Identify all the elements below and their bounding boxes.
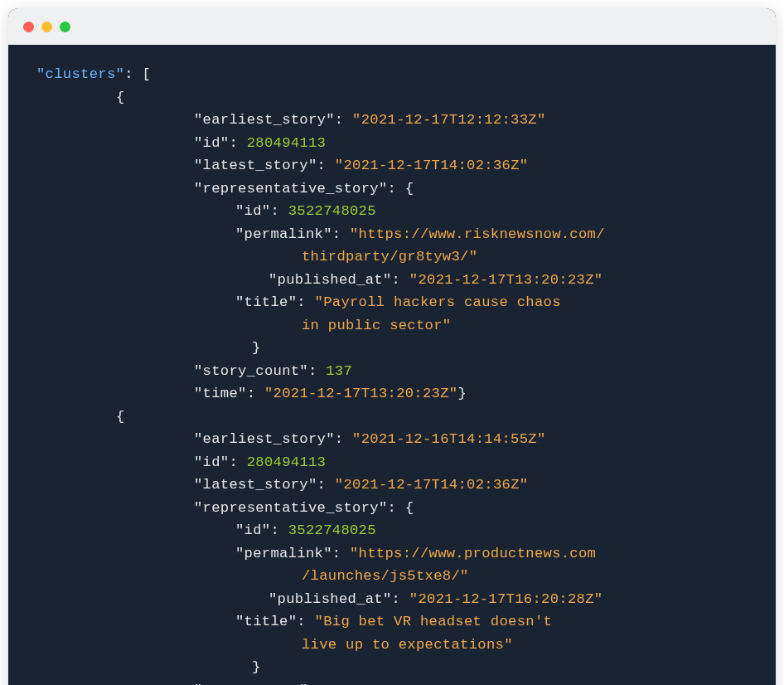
code-line: "time": "2021-12-17T13:20:23Z"}	[36, 382, 748, 406]
code-line: }	[36, 656, 748, 679]
code-line: {	[36, 406, 748, 429]
code-line: "title": "Big bet VR headset doesn't	[36, 610, 748, 634]
code-line: "id": 280494113	[36, 451, 748, 474]
terminal-window: "clusters": [ { "earliest_story": "2021-…	[8, 8, 776, 685]
code-line: {	[36, 86, 748, 109]
code-line: thirdparty/gr8tyw3/"	[36, 245, 748, 269]
code-line: "latest_story": "2021-12-17T14:02:36Z"	[36, 474, 748, 497]
minimize-icon[interactable]	[41, 22, 52, 32]
code-line: "permalink": "https://www.risknewsnow.co…	[36, 223, 748, 246]
code-line: /launches/js5txe8/"	[36, 565, 748, 588]
close-icon[interactable]	[23, 22, 34, 32]
code-line: "representative_story": {	[36, 177, 748, 201]
code-line: live up to expectations"	[36, 634, 748, 657]
code-line: "title": "Payroll hackers cause chaos	[36, 291, 748, 314]
code-line: "published_at": "2021-12-17T13:20:23Z"	[36, 269, 748, 292]
root-key: "clusters"	[36, 66, 124, 82]
maximize-icon[interactable]	[60, 22, 70, 32]
window-controls	[23, 22, 70, 32]
code-line: "latest_story": "2021-12-17T14:02:36Z"	[36, 154, 748, 177]
code-line: "story_count": 64	[36, 679, 748, 685]
code-line: "representative_story": {	[36, 497, 748, 520]
code-line: "story_count": 137	[36, 360, 748, 383]
code-line: "id": 3522748025	[36, 519, 748, 542]
code-line: "permalink": "https://www.productnews.co…	[36, 542, 748, 566]
code-line: in public sector"	[36, 314, 748, 338]
code-line: "clusters": [	[36, 63, 748, 86]
code-line: "id": 280494113	[36, 132, 748, 155]
code-content: "clusters": [ { "earliest_story": "2021-…	[8, 45, 776, 685]
code-line: "published_at": "2021-12-17T16:20:28Z"	[36, 588, 748, 611]
code-line: "id": 3522748025	[36, 200, 748, 223]
code-line: }	[36, 337, 748, 360]
titlebar	[8, 8, 776, 45]
code-line: "earliest_story": "2021-12-16T14:14:55Z"	[36, 428, 748, 451]
code-line: "earliest_story": "2021-12-17T12:12:33Z"	[36, 109, 748, 132]
